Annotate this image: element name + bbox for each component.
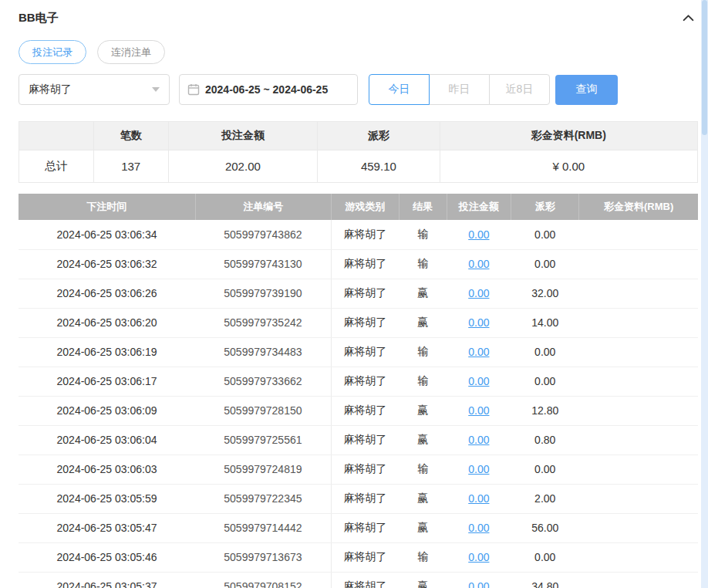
summary-table: 笔数 投注金额 派彩 彩金资料(RMB) 总计 137 202.00 459.1… bbox=[19, 121, 698, 183]
payout-cell: 0.00 bbox=[511, 542, 579, 572]
game-select[interactable]: 麻将胡了 bbox=[19, 74, 170, 105]
search-button[interactable]: 查询 bbox=[555, 75, 618, 105]
bet-time-cell: 2024-06-25 03:06:34 bbox=[19, 220, 195, 249]
jackpot-cell bbox=[579, 542, 698, 572]
bet-time-cell: 2024-06-25 03:06:09 bbox=[19, 396, 195, 425]
bet-amount-link[interactable]: 0.00 bbox=[468, 316, 489, 329]
quick-filter-yesterday[interactable]: 昨日 bbox=[429, 74, 490, 105]
payout-cell: 34.80 bbox=[511, 572, 579, 588]
bet-amount-cell: 0.00 bbox=[447, 396, 511, 425]
game-type-cell: 麻将胡了 bbox=[331, 542, 399, 572]
table-row: 2024-06-25 03:06:20 5059979735242 麻将胡了 赢… bbox=[19, 308, 698, 337]
result-cell: 赢 bbox=[399, 572, 447, 588]
bet-amount-link[interactable]: 0.00 bbox=[468, 346, 489, 358]
table-row: 2024-06-25 03:06:26 5059979739190 麻将胡了 赢… bbox=[19, 279, 698, 308]
bet-amount-link[interactable]: 0.00 bbox=[468, 287, 489, 299]
order-id-cell: 5059979743862 bbox=[195, 220, 331, 249]
chevron-up-icon[interactable] bbox=[682, 12, 695, 25]
jackpot-cell bbox=[579, 279, 698, 308]
records-header-row: 下注时间 注单编号 游戏类别 结果 投注金额 派彩 彩金资料(RMB) bbox=[19, 194, 698, 220]
tab-cancelled-orders[interactable]: 连消注单 bbox=[97, 40, 165, 64]
bet-amount-link[interactable]: 0.00 bbox=[468, 580, 489, 588]
bet-amount-link[interactable]: 0.00 bbox=[468, 375, 489, 387]
jackpot-cell bbox=[579, 396, 698, 425]
bet-time-cell: 2024-06-25 03:06:17 bbox=[19, 367, 195, 396]
calendar-icon bbox=[187, 83, 200, 96]
bet-amount-link[interactable]: 0.00 bbox=[468, 228, 489, 241]
bet-amount-cell: 0.00 bbox=[447, 367, 511, 396]
result-cell: 赢 bbox=[399, 279, 447, 308]
summary-total-bet-amount: 202.00 bbox=[168, 150, 318, 183]
records-table-body: 2024-06-25 03:06:34 5059979743862 麻将胡了 输… bbox=[19, 220, 698, 588]
order-id-cell: 5059979725561 bbox=[195, 425, 331, 455]
order-id-cell: 5059979734483 bbox=[195, 337, 331, 367]
jackpot-cell bbox=[579, 367, 698, 396]
bet-amount-cell: 0.00 bbox=[447, 220, 511, 249]
quick-filter-last-8-days[interactable]: 近8日 bbox=[489, 74, 550, 105]
bet-amount-cell: 0.00 bbox=[447, 572, 511, 588]
bet-amount-link[interactable]: 0.00 bbox=[468, 463, 489, 475]
order-id-cell: 5059979724819 bbox=[195, 455, 331, 484]
table-row: 2024-06-25 03:06:03 5059979724819 麻将胡了 输… bbox=[19, 455, 698, 484]
table-row: 2024-06-25 03:06:17 5059979733662 麻将胡了 输… bbox=[19, 367, 698, 396]
records-header-game-type: 游戏类别 bbox=[331, 194, 399, 220]
jackpot-cell bbox=[579, 425, 698, 455]
bet-time-cell: 2024-06-25 03:06:26 bbox=[19, 279, 195, 308]
summary-total-row: 总计 137 202.00 459.10 ¥ 0.00 bbox=[19, 150, 698, 183]
payout-cell: 12.80 bbox=[511, 396, 579, 425]
payout-cell: 0.00 bbox=[511, 455, 579, 484]
result-cell: 赢 bbox=[399, 425, 447, 455]
game-type-cell: 麻将胡了 bbox=[331, 337, 399, 367]
summary-header-bet-amount: 投注金额 bbox=[168, 122, 318, 150]
records-header-jackpot: 彩金资料(RMB) bbox=[579, 194, 698, 220]
order-id-cell: 5059979708152 bbox=[195, 572, 331, 588]
bet-time-cell: 2024-06-25 03:06:19 bbox=[19, 337, 195, 367]
bet-time-cell: 2024-06-25 03:05:37 bbox=[19, 572, 195, 588]
payout-cell: 0.00 bbox=[511, 337, 579, 367]
quick-filter-today[interactable]: 今日 bbox=[369, 74, 430, 105]
order-id-cell: 5059979735242 bbox=[195, 308, 331, 337]
jackpot-cell bbox=[579, 484, 698, 513]
panel-content: BB电子 投注记录 连消注单 麻将胡了 2024-06-25 ~ 2024-06… bbox=[0, 0, 708, 588]
bet-amount-link[interactable]: 0.00 bbox=[468, 492, 489, 505]
date-range-input[interactable]: 2024-06-25 ~ 2024-06-25 bbox=[179, 74, 358, 105]
payout-cell: 56.00 bbox=[511, 513, 579, 542]
table-row: 2024-06-25 03:05:59 5059979722345 麻将胡了 赢… bbox=[19, 484, 698, 513]
jackpot-cell bbox=[579, 308, 698, 337]
table-row: 2024-06-25 03:06:09 5059979728150 麻将胡了 赢… bbox=[19, 396, 698, 425]
jackpot-cell bbox=[579, 513, 698, 542]
summary-total-count: 137 bbox=[93, 150, 168, 183]
game-select-value: 麻将胡了 bbox=[29, 83, 72, 96]
result-cell: 输 bbox=[399, 220, 447, 249]
payout-cell: 0.00 bbox=[511, 367, 579, 396]
result-cell: 输 bbox=[399, 455, 447, 484]
game-type-cell: 麻将胡了 bbox=[331, 279, 399, 308]
table-row: 2024-06-25 03:06:34 5059979743862 麻将胡了 输… bbox=[19, 220, 698, 249]
bet-amount-link[interactable]: 0.00 bbox=[468, 404, 489, 417]
caret-down-icon bbox=[152, 87, 160, 92]
result-cell: 赢 bbox=[399, 396, 447, 425]
bet-time-cell: 2024-06-25 03:06:04 bbox=[19, 425, 195, 455]
scrollbar-thumb[interactable] bbox=[702, 0, 707, 135]
bet-amount-cell: 0.00 bbox=[447, 455, 511, 484]
records-table: 下注时间 注单编号 游戏类别 结果 投注金额 派彩 彩金资料(RMB) 2024… bbox=[19, 194, 698, 588]
bet-time-cell: 2024-06-25 03:06:03 bbox=[19, 455, 195, 484]
bet-amount-cell: 0.00 bbox=[447, 425, 511, 455]
payout-cell: 0.00 bbox=[511, 249, 579, 279]
tabs-row: 投注记录 连消注单 bbox=[19, 40, 698, 64]
result-cell: 赢 bbox=[399, 308, 447, 337]
summary-header-empty bbox=[19, 122, 94, 150]
records-header-bet-time: 下注时间 bbox=[19, 194, 195, 220]
summary-total-label: 总计 bbox=[19, 150, 94, 183]
game-type-cell: 麻将胡了 bbox=[331, 425, 399, 455]
game-type-cell: 麻将胡了 bbox=[331, 513, 399, 542]
bet-amount-link[interactable]: 0.00 bbox=[468, 258, 489, 270]
bet-time-cell: 2024-06-25 03:05:46 bbox=[19, 542, 195, 572]
bet-amount-link[interactable]: 0.00 bbox=[468, 551, 489, 563]
bet-amount-link[interactable]: 0.00 bbox=[468, 522, 489, 534]
payout-cell: 32.00 bbox=[511, 279, 579, 308]
tab-bet-records[interactable]: 投注记录 bbox=[19, 40, 86, 64]
bet-amount-link[interactable]: 0.00 bbox=[468, 434, 489, 446]
table-row: 2024-06-25 03:06:32 5059979743130 麻将胡了 输… bbox=[19, 249, 698, 279]
vertical-scrollbar[interactable] bbox=[701, 0, 708, 588]
